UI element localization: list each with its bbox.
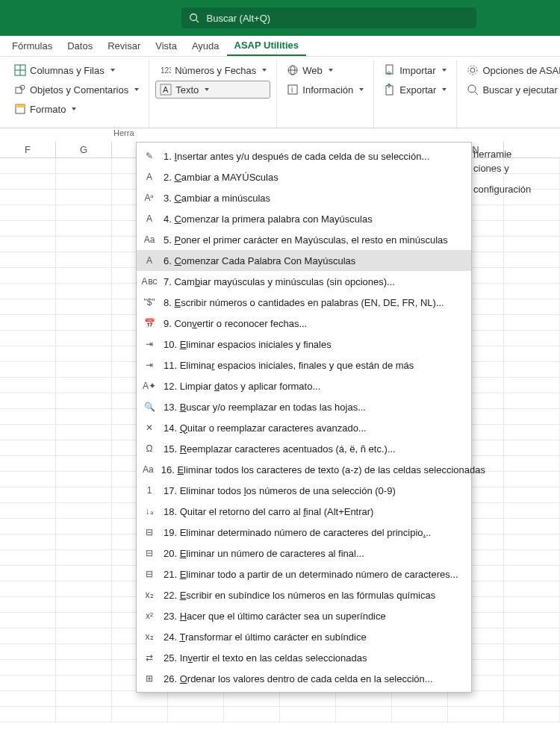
grid-cell[interactable] bbox=[504, 628, 560, 643]
menu-item-10[interactable]: ⇥10. Eliminar espacios iniciales y final… bbox=[137, 334, 471, 355]
grid-cell[interactable] bbox=[504, 221, 560, 236]
grid-cell[interactable] bbox=[504, 378, 560, 393]
grid-cell[interactable] bbox=[392, 691, 448, 706]
menu-item-11[interactable]: ⇥11. Eliminar espacios iniciales, finale… bbox=[137, 355, 471, 375]
spreadsheet-area[interactable]: FGMN cute la última herramie ciones y co… bbox=[0, 142, 560, 730]
opciones-asap-button[interactable]: Opciones de ASAP Utilitie bbox=[463, 61, 560, 79]
grid-cell[interactable] bbox=[0, 425, 56, 440]
grid-cell[interactable] bbox=[56, 472, 112, 487]
grid-cell[interactable] bbox=[56, 315, 112, 330]
grid-cell[interactable] bbox=[0, 707, 56, 722]
grid-cell[interactable] bbox=[504, 346, 560, 361]
grid-cell[interactable] bbox=[0, 550, 56, 565]
grid-cell[interactable] bbox=[504, 503, 560, 518]
grid-cell[interactable] bbox=[0, 221, 56, 236]
grid-cell[interactable] bbox=[0, 252, 56, 267]
grid-cell[interactable] bbox=[0, 331, 56, 346]
grid-cell[interactable] bbox=[56, 550, 112, 565]
menu-item-1[interactable]: ✎1. Insertar antes y/u después de cada c… bbox=[137, 146, 471, 166]
grid-cell[interactable] bbox=[504, 284, 560, 299]
grid-cell[interactable] bbox=[0, 346, 56, 361]
menu-item-4[interactable]: A4. Comenzar la primera palabra con Mayú… bbox=[137, 208, 471, 229]
column-header[interactable]: G bbox=[56, 142, 112, 157]
grid-cell[interactable] bbox=[504, 315, 560, 330]
menu-item-24[interactable]: x₂24. Transformar el último carácter en … bbox=[137, 626, 471, 647]
grid-cell[interactable] bbox=[56, 284, 112, 299]
grid-cell[interactable] bbox=[336, 691, 392, 706]
grid-cell[interactable] bbox=[56, 331, 112, 346]
menu-item-19[interactable]: ⊟19. Eliminar determinado número de cara… bbox=[137, 522, 471, 543]
grid-cell[interactable] bbox=[56, 205, 112, 220]
grid-cell[interactable] bbox=[56, 393, 112, 408]
numeros-y-fechas-button[interactable]: 123Números y Fechas bbox=[155, 61, 270, 79]
grid-cell[interactable] bbox=[0, 644, 56, 659]
grid-cell[interactable] bbox=[112, 691, 168, 706]
grid-cell[interactable] bbox=[0, 519, 56, 534]
grid-cell[interactable] bbox=[56, 660, 112, 675]
grid-cell[interactable] bbox=[0, 362, 56, 377]
tab-revisar[interactable]: Revisar bbox=[100, 37, 148, 55]
grid-cell[interactable] bbox=[504, 707, 560, 722]
grid-cell[interactable] bbox=[336, 707, 392, 722]
grid-cell[interactable] bbox=[0, 566, 56, 581]
grid-cell[interactable] bbox=[56, 566, 112, 581]
grid-cell[interactable] bbox=[56, 691, 112, 706]
menu-item-6[interactable]: A6. Comenzar Cada Palabra Con Mayúsculas bbox=[137, 250, 471, 271]
grid-cell[interactable] bbox=[504, 566, 560, 581]
grid-cell[interactable] bbox=[56, 378, 112, 393]
grid-cell[interactable] bbox=[504, 487, 560, 502]
menu-item-21[interactable]: ⊟21. Eliminar todo a partir de un determ… bbox=[137, 564, 471, 584]
grid-cell[interactable] bbox=[504, 519, 560, 534]
grid-cell[interactable] bbox=[504, 456, 560, 471]
grid-cell[interactable] bbox=[0, 237, 56, 252]
grid-cell[interactable] bbox=[0, 487, 56, 502]
grid-cell[interactable] bbox=[224, 707, 280, 722]
column-header[interactable]: F bbox=[0, 142, 56, 157]
grid-cell[interactable] bbox=[0, 268, 56, 283]
menu-item-22[interactable]: x₂22. Escribir en subíndice los números … bbox=[137, 584, 471, 605]
menu-item-20[interactable]: ⊟20. Eliminar un número de caracteres al… bbox=[137, 543, 471, 564]
grid-cell[interactable] bbox=[504, 252, 560, 267]
tab-datos[interactable]: Datos bbox=[60, 37, 100, 55]
tab-fórmulas[interactable]: Fórmulas bbox=[4, 37, 60, 55]
grid-cell[interactable] bbox=[0, 613, 56, 628]
grid-cell[interactable] bbox=[0, 534, 56, 549]
grid-cell[interactable] bbox=[0, 205, 56, 220]
grid-cell[interactable] bbox=[56, 581, 112, 596]
importar-button[interactable]: Importar bbox=[380, 61, 450, 79]
texto-button[interactable]: ATexto bbox=[155, 81, 270, 99]
grid-cell[interactable] bbox=[504, 440, 560, 455]
menu-item-13[interactable]: 🔍13. Buscar y/o reemplazar en todas las … bbox=[137, 396, 471, 417]
menu-item-15[interactable]: Ω15. Reemplazar caracteres acentuados (á… bbox=[137, 438, 471, 459]
grid-cell[interactable] bbox=[56, 158, 112, 173]
grid-cell[interactable] bbox=[56, 644, 112, 659]
grid-cell[interactable] bbox=[0, 597, 56, 612]
grid-cell[interactable] bbox=[0, 284, 56, 299]
grid-cell[interactable] bbox=[504, 205, 560, 220]
grid-cell[interactable] bbox=[504, 362, 560, 377]
tab-vista[interactable]: Vista bbox=[148, 37, 184, 55]
grid-cell[interactable] bbox=[56, 174, 112, 189]
web-button[interactable]: Web bbox=[283, 61, 367, 79]
menu-item-8[interactable]: "$"8. Escribir números o cantidades en p… bbox=[137, 292, 471, 313]
menu-item-17[interactable]: 117. Eliminar todos los números de una s… bbox=[137, 480, 471, 501]
grid-cell[interactable] bbox=[504, 237, 560, 252]
grid-cell[interactable] bbox=[280, 691, 336, 706]
grid-cell[interactable] bbox=[56, 425, 112, 440]
grid-cell[interactable] bbox=[56, 487, 112, 502]
grid-cell[interactable] bbox=[56, 362, 112, 377]
grid-cell[interactable] bbox=[0, 158, 56, 173]
grid-cell[interactable] bbox=[0, 299, 56, 314]
grid-cell[interactable] bbox=[56, 707, 112, 722]
menu-item-25[interactable]: ⇄25. Invertir el texto en las celdas sel… bbox=[137, 647, 471, 668]
grid-cell[interactable] bbox=[504, 409, 560, 424]
exportar-button[interactable]: Exportar bbox=[380, 81, 450, 99]
grid-cell[interactable] bbox=[56, 268, 112, 283]
menu-item-26[interactable]: ⊞26. Ordenar los valores dentro de cada … bbox=[137, 668, 471, 689]
grid-cell[interactable] bbox=[504, 691, 560, 706]
menu-item-23[interactable]: x²23. Hacer que el último carácter sea u… bbox=[137, 605, 471, 626]
grid-cell[interactable] bbox=[56, 190, 112, 205]
grid-cell[interactable] bbox=[504, 472, 560, 487]
grid-cell[interactable] bbox=[448, 707, 504, 722]
menu-item-14[interactable]: ✕14. Quitar o reemplazar caracteres avan… bbox=[137, 417, 471, 438]
